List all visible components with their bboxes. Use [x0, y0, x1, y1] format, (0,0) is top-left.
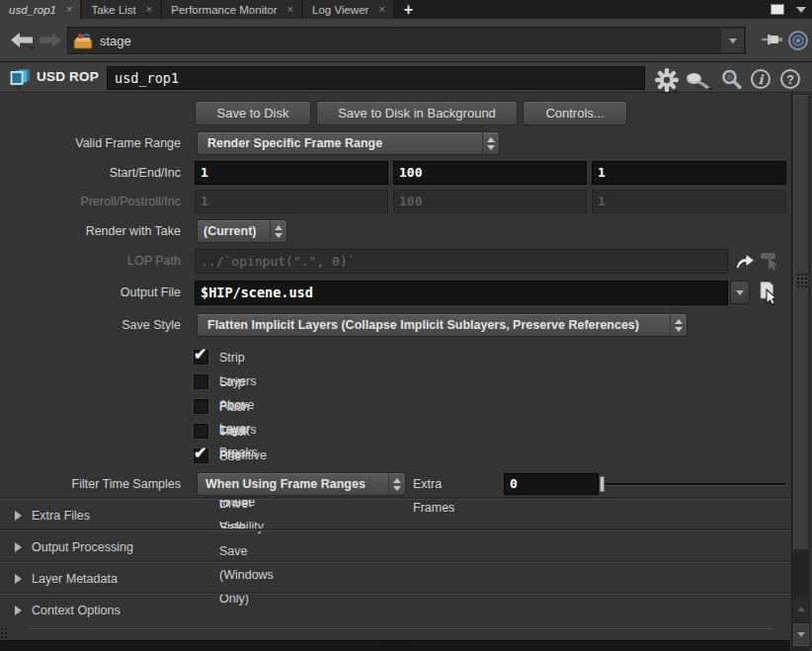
extra-frames-input[interactable]: 0	[504, 473, 599, 495]
scroll-up-button[interactable]	[793, 598, 809, 620]
pane-menu-icon[interactable]	[796, 7, 806, 13]
network-path-field[interactable]: stage	[67, 27, 746, 54]
node-name-field[interactable]: usd_rop1	[107, 66, 645, 90]
pane-resize-grip[interactable]	[1, 628, 9, 644]
collapsed-arrow-icon	[15, 511, 22, 521]
node-type-label: USD ROP	[37, 69, 99, 84]
info-icon[interactable]: i	[750, 68, 771, 90]
tab-log-viewer[interactable]: Log Viewer ×	[303, 0, 393, 19]
output-file-input[interactable]: $HIP/scene.usd	[195, 281, 728, 305]
close-icon[interactable]: ×	[378, 4, 384, 15]
output-file-dropdown[interactable]	[730, 281, 750, 304]
tab-label: Performance Monitor	[171, 4, 277, 16]
tab-usd-rop1[interactable]: usd_rop1 ×	[0, 0, 80, 19]
flush-data-checkbox[interactable]	[194, 399, 208, 414]
close-icon[interactable]: ×	[287, 4, 293, 15]
usd-rop-node-icon[interactable]	[7, 66, 33, 91]
new-tab-button[interactable]: +	[395, 0, 422, 19]
tab-performance-monitor[interactable]: Performance Monitor ×	[162, 0, 301, 19]
safe-save-checkbox[interactable]	[194, 448, 208, 463]
vertical-scrollbar[interactable]	[791, 94, 810, 651]
preroll-end-input: 100	[393, 190, 587, 213]
gear-menu-icon[interactable]	[654, 67, 680, 93]
svg-text:?: ?	[786, 73, 794, 87]
save-style-label: Save Style	[0, 313, 181, 337]
tab-label: usd_rop1	[9, 4, 56, 16]
collapsed-arrow-icon	[15, 606, 22, 615]
lop-path-input[interactable]: ../`opinput(".", 0)`	[195, 249, 728, 274]
save-to-disk-button[interactable]: Save to Disk	[195, 101, 311, 125]
lop-path-label: LOP Path	[0, 249, 181, 273]
strip-post-layers-checkbox[interactable]	[194, 374, 208, 389]
collapsed-arrow-icon	[15, 542, 22, 552]
stage-icon	[73, 32, 94, 50]
collapsed-arrow-icon	[15, 574, 22, 584]
scroll-down-button[interactable]	[793, 623, 809, 646]
node-header: USD ROP usd_rop1 i	[0, 63, 812, 93]
preroll-label: Preroll/Postroll/Inc	[0, 190, 181, 213]
houdini-parameter-pane: usd_rop1 × Take List × Performance Monit…	[0, 0, 812, 651]
extra-frames-slider-handle[interactable]	[600, 476, 605, 492]
svg-text:i: i	[759, 72, 765, 87]
dropdown-spinner-icon[interactable]	[270, 220, 286, 242]
dropdown-spinner-icon[interactable]	[482, 132, 499, 154]
preroll-inc-input: 1	[592, 190, 786, 213]
filter-time-samples-label: Filter Time Samples	[0, 472, 181, 496]
frame-range-label: Start/End/Inc	[0, 161, 181, 185]
tab-label: Log Viewer	[312, 4, 368, 16]
valid-frame-range-label: Valid Frame Range	[0, 131, 181, 155]
preroll-start-input: 1	[195, 190, 388, 213]
frame-start-input[interactable]: 1	[195, 161, 388, 185]
presets-spoon-icon[interactable]	[686, 71, 713, 91]
network-navbar: stage	[0, 19, 812, 62]
radial-menu-icon[interactable]	[787, 30, 809, 51]
maximize-pane-icon[interactable]	[771, 4, 784, 15]
section-divider	[30, 628, 772, 629]
section-extra-files[interactable]: Extra Files	[0, 499, 790, 530]
save-style-dropdown[interactable]: Flatten Implicit Layers (Collapse Implic…	[197, 313, 688, 337]
valid-frame-range-dropdown[interactable]: Render Specific Frame Range	[197, 131, 500, 155]
tab-label: Take List	[91, 4, 135, 16]
filter-time-samples-dropdown[interactable]: When Using Frame Ranges	[197, 472, 406, 496]
output-file-label: Output File	[0, 281, 181, 304]
save-to-disk-background-button[interactable]: Save to Disk in Background	[316, 101, 518, 125]
strip-layers-checkbox[interactable]	[194, 350, 208, 365]
help-icon[interactable]: ?	[779, 68, 801, 90]
vertical-scrollbar-thumb[interactable]	[793, 95, 809, 550]
dropdown-spinner-icon[interactable]	[388, 473, 405, 495]
close-icon[interactable]: ×	[66, 4, 72, 15]
back-arrow-icon[interactable]	[9, 30, 35, 51]
pane-tabbar: usd_rop1 × Take List × Performance Monit…	[0, 0, 812, 19]
render-with-take-dropdown[interactable]: (Current)	[197, 219, 287, 243]
forward-arrow-icon[interactable]	[38, 30, 63, 51]
jump-to-input-icon[interactable]	[733, 251, 757, 272]
close-icon[interactable]: ×	[146, 4, 152, 15]
dropdown-spinner-icon[interactable]	[670, 314, 687, 336]
horizontal-scrollbar[interactable]	[0, 640, 790, 651]
network-path-text: stage	[100, 34, 131, 48]
extra-frames-slider-track[interactable]	[605, 483, 785, 485]
render-with-take-label: Render with Take	[0, 219, 181, 243]
select-op-icon	[759, 250, 781, 273]
pin-icon[interactable]	[761, 32, 783, 47]
tab-take-list[interactable]: Take List ×	[82, 0, 160, 19]
controls-button[interactable]: Controls...	[523, 101, 627, 125]
path-history-dropdown[interactable]	[720, 29, 744, 52]
section-context-options[interactable]: Context Options	[0, 594, 790, 625]
section-output-processing[interactable]: Output Processing	[0, 530, 790, 562]
file-chooser-icon[interactable]	[757, 281, 778, 306]
search-icon[interactable]	[720, 68, 743, 91]
frame-end-input[interactable]: 100	[393, 161, 587, 185]
section-layer-metadata[interactable]: Layer Metadata	[0, 562, 790, 594]
track-primitive-checkbox[interactable]	[194, 424, 208, 439]
parameters-body: Save to Disk Save to Disk in Background …	[0, 93, 790, 651]
frame-inc-input[interactable]: 1	[592, 161, 786, 185]
